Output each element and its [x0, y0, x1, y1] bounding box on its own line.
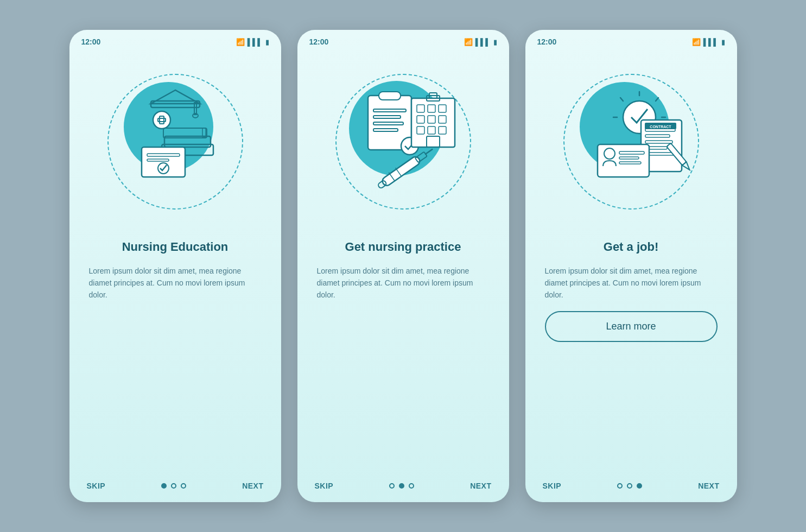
- dot-3-2: [627, 483, 632, 489]
- status-icons-1: 📶 ▌▌▌ ▮: [236, 38, 269, 46]
- screen-desc-2: Lorem ipsum dolor sit dim amet, mea regi…: [317, 265, 490, 301]
- status-bar-1: 12:00 📶 ▌▌▌ ▮: [69, 30, 281, 49]
- dot-1-3: [181, 483, 186, 489]
- status-time-3: 12:00: [537, 37, 557, 46]
- skip-button-1[interactable]: SKIP: [87, 482, 106, 490]
- battery-icon-2: ▮: [493, 38, 497, 46]
- dots-3: [617, 483, 642, 489]
- signal-icon-1: ▌▌▌: [247, 38, 263, 46]
- illustration-1: [69, 49, 281, 234]
- wifi-icon-1: 📶: [236, 38, 245, 46]
- dots-2: [389, 483, 414, 489]
- svg-rect-58: [598, 144, 649, 177]
- svg-rect-22: [411, 98, 455, 147]
- status-icons-2: 📶 ▌▌▌ ▮: [464, 38, 497, 46]
- dot-2-1: [389, 483, 395, 489]
- screen-title-1: Nursing Education: [89, 239, 262, 255]
- battery-icon-3: ▮: [721, 38, 725, 46]
- phone-screen-3: 12:00 📶 ▌▌▌ ▮: [525, 30, 737, 502]
- status-time-2: 12:00: [309, 37, 329, 46]
- svg-rect-35: [380, 155, 421, 187]
- svg-rect-2: [194, 103, 196, 115]
- skip-button-3[interactable]: SKIP: [543, 482, 562, 490]
- next-button-3[interactable]: NEXT: [698, 482, 719, 490]
- battery-icon-1: ▮: [265, 38, 269, 46]
- learn-more-button[interactable]: Learn more: [545, 311, 718, 342]
- illustration-3: CONTRACT: [525, 49, 737, 234]
- bottom-nav-3: SKIP NEXT: [525, 476, 737, 502]
- status-bar-2: 12:00 📶 ▌▌▌ ▮: [297, 30, 509, 49]
- dot-3-1: [617, 483, 623, 489]
- dot-1-2: [171, 483, 176, 489]
- content-area-3: Get a job! Lorem ipsum dolor sit dim ame…: [525, 234, 737, 476]
- svg-rect-10: [202, 128, 206, 137]
- content-area-2: Get nursing practice Lorem ipsum dolor s…: [297, 234, 509, 476]
- content-area-1: Nursing Education Lorem ipsum dolor sit …: [69, 234, 281, 476]
- svg-line-46: [620, 98, 623, 101]
- dot-1-1: [161, 483, 167, 489]
- status-icons-3: 📶 ▌▌▌ ▮: [692, 38, 725, 46]
- dot-2-3: [409, 483, 414, 489]
- next-button-2[interactable]: NEXT: [470, 482, 491, 490]
- wifi-icon-3: 📶: [692, 38, 701, 46]
- dot-3-3: [637, 483, 642, 489]
- phone-screen-2: 12:00 📶 ▌▌▌ ▮: [297, 30, 509, 502]
- education-illustration: [99, 66, 251, 218]
- status-bar-3: 12:00 📶 ▌▌▌ ▮: [525, 30, 737, 49]
- wifi-icon-2: 📶: [464, 38, 473, 46]
- job-illustration: CONTRACT: [555, 66, 707, 218]
- signal-icon-3: ▌▌▌: [703, 38, 719, 46]
- bottom-nav-1: SKIP NEXT: [69, 476, 281, 502]
- illustration-2: [297, 49, 509, 234]
- phone-screen-1: 12:00 📶 ▌▌▌ ▮: [69, 30, 281, 502]
- practice-illustration: [327, 66, 479, 218]
- next-button-1[interactable]: NEXT: [242, 482, 263, 490]
- status-time-1: 12:00: [81, 37, 101, 46]
- dot-2-2: [399, 483, 404, 489]
- signal-icon-2: ▌▌▌: [475, 38, 491, 46]
- dots-1: [161, 483, 186, 489]
- screen-desc-3: Lorem ipsum dolor sit dim amet, mea regi…: [545, 265, 718, 301]
- svg-rect-16: [379, 92, 401, 100]
- svg-line-43: [656, 98, 658, 101]
- screen-desc-1: Lorem ipsum dolor sit dim amet, mea regi…: [89, 265, 262, 301]
- screens-container: 12:00 📶 ▌▌▌ ▮: [69, 30, 737, 502]
- svg-line-37: [426, 149, 432, 154]
- screen-title-2: Get nursing practice: [317, 239, 490, 255]
- svg-point-4: [153, 111, 170, 129]
- svg-text:CONTRACT: CONTRACT: [650, 125, 671, 129]
- svg-rect-11: [142, 147, 185, 177]
- screen-title-3: Get a job!: [545, 239, 718, 255]
- skip-button-2[interactable]: SKIP: [315, 482, 334, 490]
- bottom-nav-2: SKIP NEXT: [297, 476, 509, 502]
